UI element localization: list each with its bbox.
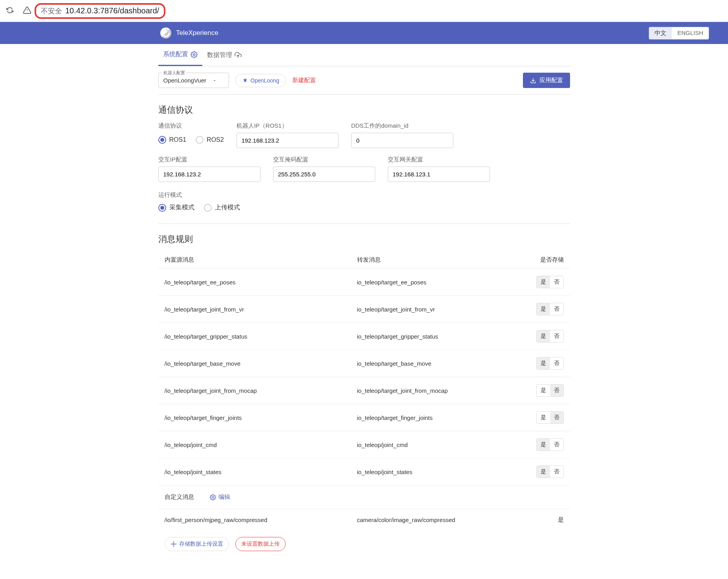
cell-store: 是: [517, 516, 564, 524]
radio-ros1[interactable]: ROS1: [158, 136, 187, 144]
download-icon: [530, 77, 536, 84]
gateway-input[interactable]: [388, 167, 490, 182]
cell-forward: io_teleop/joint_states: [357, 469, 517, 475]
cell-source: /io_teleop/target_joint_from_vr: [165, 306, 357, 313]
radio-circle-icon: [158, 204, 166, 212]
openloong-icon: [242, 77, 248, 84]
store-yes-button[interactable]: 是: [537, 412, 550, 423]
config-bar: 机器人配置 OpenLoongVuer OpenLoong 新建配置 应用配置: [158, 66, 570, 95]
radio-circle-icon: [204, 204, 212, 212]
section-title: 消息规则: [158, 233, 570, 245]
tab-system-config[interactable]: 系统配置: [158, 44, 202, 66]
security-warning-icon: [23, 6, 31, 16]
apply-label: 应用配置: [539, 77, 563, 84]
tab-label: 系统配置: [163, 50, 188, 59]
store-yes-button[interactable]: 是: [537, 303, 550, 315]
apply-config-button[interactable]: 应用配置: [523, 73, 570, 88]
lang-en-button[interactable]: ENGLISH: [672, 27, 709, 39]
mask-input[interactable]: [273, 167, 375, 182]
store-yes-button[interactable]: 是: [537, 385, 550, 396]
header-brand: TeleXperience: [160, 27, 218, 38]
store-no-button[interactable]: 否: [550, 466, 563, 478]
col-store-header: 是否存储: [517, 256, 564, 264]
app-header: TeleXperience 中文 ENGLISH: [0, 22, 728, 44]
select-label: 机器人配置: [162, 70, 187, 76]
cell-store-toggle: 是 否: [517, 438, 564, 451]
brand-name: TeleXperience: [176, 29, 218, 37]
store-yes-button[interactable]: 是: [537, 439, 550, 451]
gear-icon: [171, 541, 177, 547]
rules-table-body: /io_teleop/target_ee_poses io_teleop/tar…: [158, 268, 570, 485]
cell-forward: io_teleop/target_finger_joints: [357, 414, 517, 421]
cell-forward: camera/color/image_raw/compressed: [357, 517, 517, 523]
store-no-button[interactable]: 否: [550, 439, 563, 451]
domain-id-input[interactable]: [351, 133, 453, 148]
edit-link[interactable]: 编辑: [210, 493, 230, 501]
robot-ip-input[interactable]: [237, 133, 339, 148]
custom-table-row: /io/first_person/mjpeg_raw/compressed ca…: [158, 509, 570, 531]
cloud-upload-icon: [235, 51, 242, 59]
cell-store-toggle: 是 否: [517, 384, 564, 397]
url-text[interactable]: 10.42.0.3:7876/dashboard/: [65, 6, 159, 15]
radio-circle-icon: [158, 136, 166, 144]
radio-label: 上传模式: [215, 203, 240, 212]
table-row: /io_teleop/joint_states io_teleop/joint_…: [158, 458, 570, 485]
table-row: /io_teleop/target_finger_joints io_teleo…: [158, 404, 570, 431]
robot-config-select[interactable]: 机器人配置 OpenLoongVuer: [158, 73, 229, 88]
logo-icon: [160, 27, 171, 38]
cell-source: /io_teleop/joint_cmd: [165, 442, 357, 448]
upload-not-set-label: 未设置数据上传: [241, 541, 280, 547]
store-no-button[interactable]: 否: [550, 412, 563, 423]
gear-icon: [191, 51, 198, 58]
tab-data-management[interactable]: 数据管理: [202, 44, 246, 66]
custom-msg-header: 自定义消息 编辑: [158, 485, 570, 509]
cell-store-toggle: 是 否: [517, 357, 564, 370]
radio-ros2[interactable]: ROS2: [196, 136, 224, 144]
cell-store-toggle: 是 否: [517, 330, 564, 343]
openloong-button[interactable]: OpenLoong: [235, 74, 286, 87]
protocol-label: 通信协议: [158, 122, 224, 130]
inter-ip-input[interactable]: [158, 167, 260, 182]
col-forward-header: 转发消息: [357, 256, 517, 264]
store-yes-button[interactable]: 是: [537, 330, 550, 342]
upload-settings-label: 存储数据上传设置: [179, 541, 223, 548]
radio-collect-mode[interactable]: 采集模式: [158, 203, 194, 212]
comm-protocol-section: 通信协议 通信协议 ROS1 ROS2 机器人IP（ROS1）: [158, 95, 570, 224]
store-no-button[interactable]: 否: [550, 303, 563, 315]
lang-cn-button[interactable]: 中文: [649, 27, 672, 39]
radio-upload-mode[interactable]: 上传模式: [204, 203, 240, 212]
reload-icon[interactable]: [6, 7, 13, 15]
upload-not-set-button[interactable]: 未设置数据上传: [235, 537, 286, 551]
cell-source: /io_teleop/target_base_move: [165, 360, 357, 367]
cell-forward: io_teleop/target_gripper_status: [357, 333, 517, 340]
col-source-header: 内置源消息: [165, 256, 357, 264]
security-text: 不安全: [41, 6, 62, 16]
store-yes-button[interactable]: 是: [537, 276, 550, 288]
bottom-actions: 存储数据上传设置 未设置数据上传: [158, 531, 570, 557]
browser-address-bar: 不安全 10.42.0.3:7876/dashboard/: [0, 0, 728, 22]
table-row: /io_teleop/joint_cmd io_teleop/joint_cmd…: [158, 431, 570, 458]
upload-settings-button[interactable]: 存储数据上传设置: [165, 537, 229, 551]
store-yes-button[interactable]: 是: [537, 357, 550, 369]
gateway-label: 交互网关配置: [388, 156, 490, 163]
svg-point-4: [173, 543, 174, 545]
table-row: /io_teleop/target_ee_poses io_teleop/tar…: [158, 268, 570, 295]
message-rules-section: 消息规则 内置源消息 转发消息 是否存储 /io_teleop/target_e…: [158, 224, 570, 557]
cell-store-toggle: 是 否: [517, 276, 564, 288]
new-config-link[interactable]: 新建配置: [292, 77, 316, 84]
gear-icon: [210, 494, 216, 500]
url-highlight-box: 不安全 10.42.0.3:7876/dashboard/: [35, 3, 165, 19]
mask-label: 交互掩码配置: [273, 156, 375, 163]
svg-point-3: [212, 497, 214, 498]
radio-circle-icon: [196, 136, 204, 144]
store-yes-button[interactable]: 是: [537, 466, 550, 478]
cell-store-toggle: 是 否: [517, 303, 564, 315]
table-row: /io_teleop/target_joint_from_vr io_teleo…: [158, 295, 570, 322]
store-no-button[interactable]: 否: [550, 357, 563, 369]
cell-source: /io_teleop/joint_states: [165, 469, 357, 475]
store-no-button[interactable]: 否: [550, 330, 563, 342]
store-no-button[interactable]: 否: [550, 385, 563, 396]
cell-source: /io_teleop/target_ee_poses: [165, 279, 357, 286]
cell-source: /io/first_person/mjpeg_raw/compressed: [165, 517, 357, 523]
store-no-button[interactable]: 否: [550, 276, 563, 288]
